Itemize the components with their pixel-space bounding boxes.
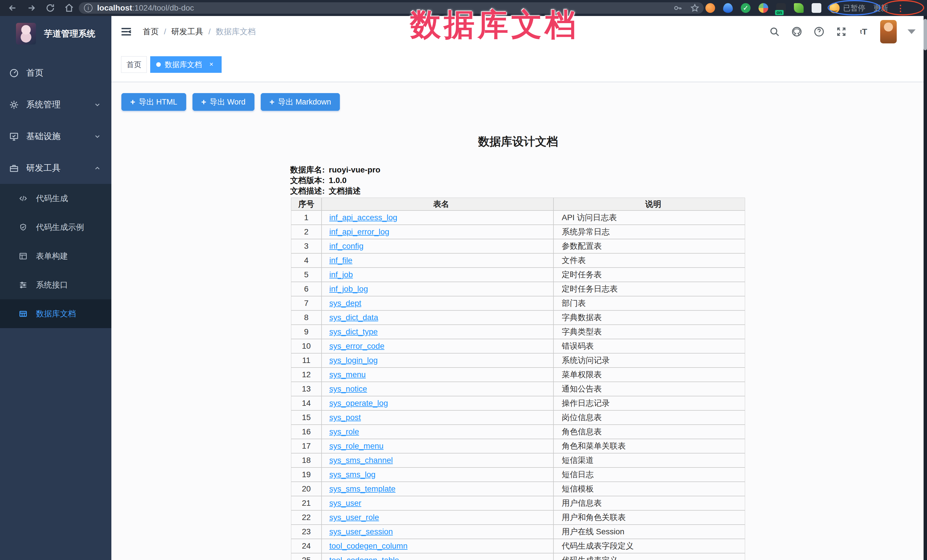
export-html-button[interactable]: + 导出 HTML <box>122 93 186 111</box>
table-name-link[interactable]: inf_job <box>329 270 353 279</box>
tab-db-doc[interactable]: 数据库文档 × <box>150 56 222 73</box>
extension-grid-icon[interactable] <box>758 3 768 13</box>
close-icon[interactable]: × <box>207 60 216 69</box>
export-word-button[interactable]: + 导出 Word <box>193 93 254 111</box>
table-desc-cell: 用户在线 Session <box>553 525 745 539</box>
extension-leaf-icon[interactable] <box>794 3 804 13</box>
table-name-link[interactable]: inf_api_error_log <box>329 227 389 236</box>
table-name-link[interactable]: tool_codegen_column <box>329 542 407 550</box>
extensions-puzzle-icon[interactable] <box>812 3 821 13</box>
browser-menu-icon[interactable]: ⋮ <box>896 3 905 13</box>
table-row: 12sys_menu菜单权限表 <box>291 367 745 382</box>
table-desc-cell: 角色和菜单关联表 <box>553 439 745 453</box>
table-desc-cell: 代码生成表定义 <box>553 553 745 560</box>
table-name-link[interactable]: sys_user <box>329 499 361 507</box>
table-name-link[interactable]: sys_login_log <box>329 356 378 365</box>
github-icon[interactable] <box>791 26 802 37</box>
home-icon[interactable] <box>63 2 75 14</box>
table-name-link[interactable]: sys_menu <box>329 370 366 379</box>
table-name-cell: sys_post <box>322 410 553 425</box>
extension-orange-icon[interactable] <box>705 3 715 13</box>
sidebar-item-devtools[interactable]: 研发工具 <box>0 152 111 184</box>
table-name-link[interactable]: inf_api_access_log <box>329 213 397 222</box>
paused-badge-label: 已暂停 <box>843 3 865 13</box>
sidebar-item-codegen-demo[interactable]: 代码生成示例 <box>0 213 111 241</box>
help-icon[interactable] <box>813 26 825 37</box>
breadcrumb-home[interactable]: 首页 <box>143 26 159 37</box>
caret-down-icon[interactable] <box>907 29 916 34</box>
table-name-link[interactable]: sys_user_role <box>329 513 379 522</box>
sidebar-item-label: 系统接口 <box>36 279 68 290</box>
tables-index-table: 序号 表名 说明 1inf_api_access_logAPI 访问日志表2in… <box>291 197 745 560</box>
breadcrumb-separator: / <box>208 27 211 36</box>
navbar-actions: tT <box>769 16 916 47</box>
sidebar-item-system[interactable]: 系统管理 <box>0 89 111 120</box>
row-index: 14 <box>291 396 322 410</box>
row-index: 24 <box>291 539 322 553</box>
table-name-link[interactable]: sys_sms_template <box>329 484 395 493</box>
breadcrumb-devtools[interactable]: 研发工具 <box>171 26 203 37</box>
table-name-link[interactable]: inf_job_log <box>329 284 368 293</box>
table-name-link[interactable]: sys_notice <box>329 384 367 393</box>
extension-proxy-icon[interactable]: on <box>776 3 786 13</box>
paused-badge[interactable]: 已暂停 <box>829 3 865 13</box>
sidebar-item-infra[interactable]: 基础设施 <box>0 120 111 152</box>
password-key-icon[interactable] <box>673 2 682 14</box>
table-name-link[interactable]: inf_file <box>329 256 353 265</box>
update-button[interactable]: 更新 <box>873 3 888 13</box>
site-info-icon[interactable]: i <box>84 4 93 12</box>
font-size-icon[interactable]: tT <box>858 26 869 37</box>
table-name-link[interactable]: sys_dept <box>329 299 361 308</box>
refresh-icon[interactable] <box>44 2 56 14</box>
table-name-link[interactable]: sys_operate_log <box>329 399 388 408</box>
table-name-link[interactable]: sys_sms_log <box>329 470 375 479</box>
table-name-cell: sys_dict_data <box>322 310 553 325</box>
sidebar-item-home[interactable]: 首页 <box>0 57 111 89</box>
table-row: 7sys_dept部门表 <box>291 296 745 310</box>
table-desc-cell: 参数配置表 <box>553 239 745 253</box>
address-bar[interactable]: i localhost:1024/tool/db-doc <box>79 2 704 14</box>
hamburger-icon[interactable] <box>120 26 132 38</box>
table-name-link[interactable]: sys_error_code <box>329 341 384 351</box>
scrollbar-thumb[interactable] <box>924 19 927 50</box>
row-index: 5 <box>291 267 322 282</box>
row-index: 22 <box>291 510 322 525</box>
avatar[interactable] <box>880 20 897 43</box>
sidebar-item-api[interactable]: 系统接口 <box>0 270 111 299</box>
table-name-link[interactable]: sys_dict_type <box>329 327 378 336</box>
bookmark-star-icon[interactable] <box>690 2 700 14</box>
table-name-link[interactable]: sys_role <box>329 427 359 436</box>
table-name-link[interactable]: sys_user_session <box>329 527 393 536</box>
doc-version-line: 文档版本:1.0.0 <box>290 175 380 186</box>
row-index: 9 <box>291 325 322 339</box>
sidebar-item-form-builder[interactable]: 表单构建 <box>0 241 111 270</box>
sidebar-item-db-doc[interactable]: 数据库文档 <box>0 299 111 328</box>
table-name-link[interactable]: sys_role_menu <box>329 442 383 450</box>
extension-pin-icon[interactable] <box>723 3 733 13</box>
fullscreen-icon[interactable] <box>836 26 847 37</box>
form-icon <box>19 252 27 260</box>
export-markdown-button[interactable]: + 导出 Markdown <box>261 93 340 111</box>
sidebar-item-codegen[interactable]: 代码生成 <box>0 184 111 213</box>
scrollbar-track[interactable] <box>924 16 927 560</box>
emoji-extension-icon <box>829 3 840 13</box>
tab-home[interactable]: 首页 <box>121 56 147 73</box>
breadcrumb-separator: / <box>164 27 166 36</box>
extension-check-icon[interactable] <box>741 3 751 13</box>
breadcrumb-current: 数据库文档 <box>216 26 256 37</box>
toolbox-icon <box>9 163 19 173</box>
extension-on-badge: on <box>775 10 784 15</box>
table-name-link[interactable]: sys_dict_data <box>329 313 378 322</box>
forward-icon[interactable] <box>25 2 38 14</box>
row-index: 12 <box>291 367 322 382</box>
table-name-link[interactable]: sys_post <box>329 413 361 422</box>
doc-table-body: 1inf_api_access_logAPI 访问日志表2inf_api_err… <box>291 211 745 560</box>
table-name-link[interactable]: tool_codegen_table <box>329 556 399 560</box>
logo[interactable]: 芋道管理系统 <box>0 16 111 50</box>
doc-desc-line: 文档描述:文档描述 <box>290 186 380 196</box>
app-title: 芋道管理系统 <box>44 28 96 40</box>
search-icon[interactable] <box>769 26 780 37</box>
table-name-link[interactable]: sys_sms_channel <box>329 456 393 464</box>
back-icon[interactable] <box>6 2 19 14</box>
table-name-link[interactable]: inf_config <box>329 241 363 250</box>
